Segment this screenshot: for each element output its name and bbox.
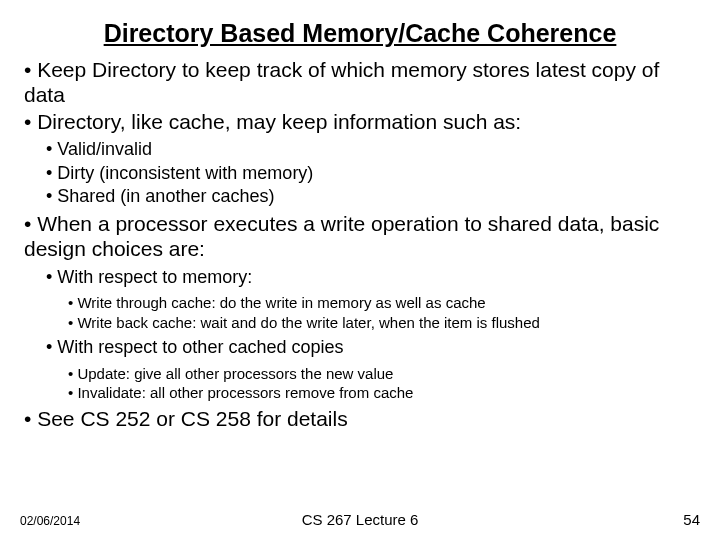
bullet-list-level1: Keep Directory to keep track of which me… bbox=[0, 58, 720, 134]
bullet-item: Write back cache: wait and do the write … bbox=[68, 313, 700, 333]
bullet-item: Invalidate: all other processors remove … bbox=[68, 383, 700, 403]
bullet-item: Shared (in another caches) bbox=[46, 185, 700, 208]
bullet-item: See CS 252 or CS 258 for details bbox=[24, 407, 700, 432]
bullet-item: Directory, like cache, may keep informat… bbox=[24, 110, 700, 135]
bullet-item: Dirty (inconsistent with memory) bbox=[46, 162, 700, 185]
bullet-item: Valid/invalid bbox=[46, 138, 700, 161]
bullet-item: When a processor executes a write operat… bbox=[24, 212, 700, 262]
bullet-item: Write through cache: do the write in mem… bbox=[68, 293, 700, 313]
bullet-list-level1: When a processor executes a write operat… bbox=[0, 212, 720, 262]
bullet-item: Update: give all other processors the ne… bbox=[68, 364, 700, 384]
bullet-list-level2: With respect to other cached copies bbox=[0, 336, 720, 359]
slide: Directory Based Memory/Cache Coherence K… bbox=[0, 0, 720, 540]
footer-page-number: 54 bbox=[683, 511, 700, 528]
bullet-list-level2: Valid/invalid Dirty (inconsistent with m… bbox=[0, 138, 720, 208]
bullet-item: Keep Directory to keep track of which me… bbox=[24, 58, 700, 108]
footer-center: CS 267 Lecture 6 bbox=[0, 511, 720, 528]
bullet-list-level3: Write through cache: do the write in mem… bbox=[0, 293, 720, 332]
bullet-list-level2: With respect to memory: bbox=[0, 266, 720, 289]
slide-title: Directory Based Memory/Cache Coherence bbox=[40, 18, 680, 48]
bullet-list-level3: Update: give all other processors the ne… bbox=[0, 364, 720, 403]
bullet-list-level1: See CS 252 or CS 258 for details bbox=[0, 407, 720, 432]
bullet-item: With respect to other cached copies bbox=[46, 336, 700, 359]
bullet-item: With respect to memory: bbox=[46, 266, 700, 289]
